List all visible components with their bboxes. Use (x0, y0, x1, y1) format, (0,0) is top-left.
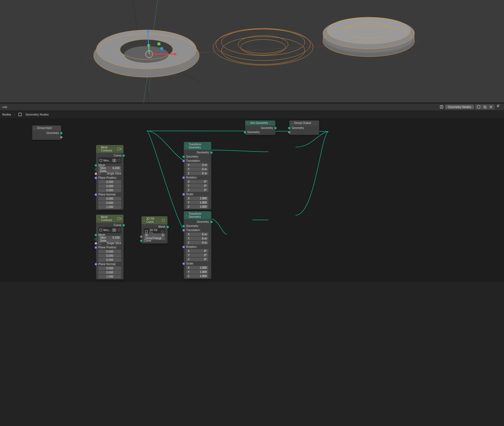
plane-nrm-y[interactable]: 0.000 (98, 201, 121, 205)
plane-pos-x[interactable]: 0.000 (98, 250, 121, 253)
label: Translation: (186, 229, 201, 232)
scale-y[interactable]: Y1.000 (186, 201, 208, 204)
socket-input-geometry[interactable] (288, 127, 290, 129)
rotation-z[interactable]: Z0° (186, 258, 208, 261)
unlink-icon[interactable] (488, 104, 493, 109)
socket-output-virtual[interactable] (60, 136, 62, 138)
socket-input-scale[interactable] (182, 193, 185, 195)
node-transform-geometry-b[interactable]: ⌄Transform Geometry Geometry Geometry Tr… (184, 211, 211, 279)
socket-input-geometry[interactable] (182, 225, 185, 227)
socket-output-geometry[interactable] (210, 151, 213, 154)
shield-icon[interactable] (118, 227, 120, 232)
node-mesh-contours-a[interactable]: ⌄Mesh Contours 2 Curve Mes... 2 Mesh Sli… (96, 145, 124, 210)
checkbox-single-slice[interactable] (98, 242, 101, 244)
plane-pos-y[interactable]: 0.000 (98, 184, 121, 188)
duplicate-icon[interactable] (482, 104, 487, 109)
socket-input-curve[interactable] (140, 240, 142, 242)
plane-pos-z[interactable]: 0.000 (98, 258, 121, 262)
socket-input-plane-normal[interactable] (95, 263, 97, 265)
rotation-y[interactable]: Y0° (186, 253, 208, 257)
node-transform-geometry-a[interactable]: ⌄Transform Geometry Geometry Geometry Tr… (184, 142, 211, 210)
socket-input-mesh[interactable] (95, 234, 97, 236)
translation-z[interactable]: Z0 m (186, 172, 208, 175)
plane-nrm-x[interactable]: 0.000 (98, 266, 121, 270)
nodegroup-link-icon[interactable]: 2 (117, 146, 122, 151)
pin-icon[interactable] (495, 104, 502, 111)
nodegroup-browse-icon[interactable] (99, 227, 102, 232)
svg-rect-40 (19, 113, 22, 116)
node-mesh-contours-b[interactable]: ⌄Mesh Contours 2 Curve Mes... 2 Mesh Sli… (96, 214, 124, 280)
node-3d-fill-curve[interactable]: ⌄3D Fill Curve Mesh 3D Fill Cu... N-Gons… (141, 216, 168, 244)
rotation-x[interactable]: X0° (186, 180, 208, 183)
socket-output-curve[interactable] (123, 155, 125, 157)
plane-pos-z[interactable]: 0.000 (98, 188, 121, 192)
crumb-current[interactable]: Geometry Nodes (25, 113, 48, 116)
label: Single Slice (107, 172, 121, 175)
nodegroup-link-icon[interactable] (161, 218, 166, 223)
socket-input-plane-position[interactable] (95, 177, 97, 179)
node-editor[interactable]: ⌄Group Input Geometry ⌄Join Geometry Geo… (0, 118, 504, 282)
socket-input-translation[interactable] (182, 229, 185, 231)
rotation-x[interactable]: X0° (186, 249, 208, 253)
socket-input-single-slice[interactable] (95, 242, 97, 244)
scale-y[interactable]: Y1.000 (186, 270, 208, 274)
nodegroup-selector[interactable]: Mes... 2 (98, 227, 121, 233)
rotation-y[interactable]: Y0° (186, 184, 208, 188)
plane-pos-x[interactable]: 0.000 (98, 180, 121, 184)
chevron-down-icon: ⌄ (98, 148, 100, 150)
svg-rect-38 (484, 106, 486, 108)
socket-input-translation[interactable] (182, 160, 185, 162)
scale-z[interactable]: Z1.000 (186, 205, 208, 209)
nodegroup-link-icon[interactable]: 2 (117, 216, 122, 221)
socket-output-geometry[interactable] (274, 127, 277, 129)
nodegroup-name-field[interactable]: Geometry Nodes (445, 105, 474, 109)
nodegroup-selector[interactable]: Mes... 2 (98, 157, 121, 163)
plane-nrm-z[interactable]: 1.000 (98, 275, 121, 278)
socket-input-rotation[interactable] (182, 177, 185, 179)
checkbox-single-slice[interactable] (98, 172, 101, 175)
socket-input-virtual[interactable] (288, 131, 290, 133)
socket-output-geometry[interactable] (60, 132, 62, 134)
nodegroup-browse-icon[interactable] (439, 104, 444, 109)
editor-type-label: ode (2, 105, 7, 109)
translation-y[interactable]: Y0 m (186, 237, 208, 240)
svg-point-22 (213, 29, 313, 65)
plane-nrm-x[interactable]: 0.000 (98, 197, 121, 200)
shield-icon[interactable] (118, 158, 120, 163)
viewport-3d[interactable] (0, 0, 504, 103)
socket-input-scale[interactable] (182, 263, 185, 265)
scale-x[interactable]: X1.000 (186, 266, 208, 270)
node-group-input[interactable]: ⌄Group Input Geometry (32, 125, 61, 140)
translation-x[interactable]: X6 m (186, 232, 208, 236)
rotation-z[interactable]: Z0° (186, 188, 208, 192)
torus-wire-contours (213, 28, 313, 65)
node-join-geometry[interactable]: ⌄Join Geometry Geometry Geometry (245, 120, 276, 135)
socket-input-plane-position[interactable] (95, 246, 97, 249)
scale-z[interactable]: Z1.000 (186, 274, 208, 278)
socket-output-geometry[interactable] (210, 221, 213, 223)
scale-x[interactable]: X1.000 (186, 197, 208, 200)
socket-input-slice-dist[interactable] (94, 238, 97, 241)
socket-input-mesh[interactable] (95, 164, 97, 167)
socket-output-curve[interactable] (123, 224, 125, 226)
crumb-nodes[interactable]: Nodes (2, 113, 11, 116)
socket-output-mesh[interactable] (167, 226, 169, 228)
plane-pos-y[interactable]: 0.000 (98, 254, 121, 258)
socket-input-rotation[interactable] (182, 246, 185, 248)
label: Scale: (186, 193, 194, 196)
nodegroup-browse-icon[interactable] (99, 158, 102, 163)
socket-input-plane-normal[interactable] (95, 194, 97, 196)
plane-nrm-y[interactable]: 0.000 (98, 271, 121, 274)
socket-input-ngons[interactable] (140, 236, 142, 238)
translation-x[interactable]: X3 m (186, 163, 208, 167)
socket-input-slice-dist[interactable] (94, 168, 97, 171)
node-group-output[interactable]: ⌄Group Output Geometry (289, 120, 319, 135)
svg-rect-19 (148, 44, 150, 46)
plane-nrm-z[interactable]: 1.000 (98, 205, 121, 209)
socket-input-geometry[interactable] (182, 156, 185, 158)
translation-y[interactable]: Y0 m (186, 167, 208, 171)
translation-z[interactable]: Z0 m (186, 241, 208, 244)
socket-input-single-slice[interactable] (95, 173, 97, 175)
fake-user-icon[interactable] (476, 104, 481, 109)
socket-input-geometry[interactable] (244, 131, 246, 133)
